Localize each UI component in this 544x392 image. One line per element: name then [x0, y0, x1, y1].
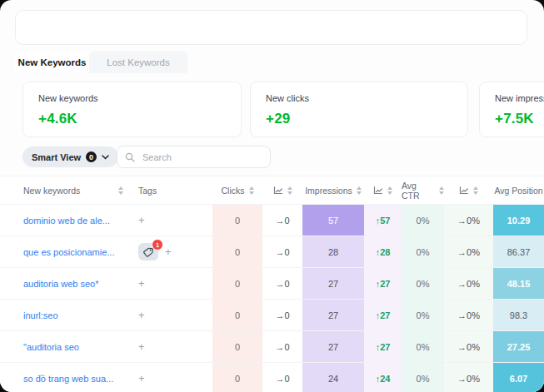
stat-card-new-clicks: New clicks +29: [250, 82, 468, 137]
search-input[interactable]: [141, 151, 252, 163]
ctr-trend-cell: →0%: [457, 279, 480, 289]
impressions-cell: 24: [302, 363, 364, 392]
avg-position-cell: 6.07: [493, 363, 544, 392]
sort-icon[interactable]: [118, 186, 123, 195]
stat-value: +7.5K: [495, 111, 544, 127]
add-tag-button[interactable]: +: [138, 277, 145, 290]
keyword-link[interactable]: que es posicionamie...: [23, 247, 114, 257]
search-box: [117, 146, 271, 168]
chart-trend-icon[interactable]: [273, 186, 283, 195]
table-row: so đồ trang web sua... + 0 →0 24 ↑24 0% …: [0, 363, 544, 392]
ctr-trend-cell: →0%: [457, 374, 480, 384]
avg-ctr-cell: 0%: [402, 331, 444, 362]
ctr-trend-cell: →0%: [457, 310, 480, 320]
tab-new-keywords[interactable]: New Keywords: [15, 51, 89, 73]
impressions-cell: 28: [302, 236, 364, 267]
stat-label: New impressions: [495, 93, 544, 103]
clicks-trend-cell: →0: [275, 342, 289, 352]
sort-icon[interactable]: [287, 186, 292, 195]
clicks-cell: 0: [212, 268, 262, 299]
impressions-cell: 27: [302, 268, 364, 299]
avg-ctr-cell: 0%: [402, 268, 444, 299]
stat-card-new-keywords: New keywords +4.6K: [22, 82, 242, 137]
search-icon: [125, 152, 135, 162]
column-header-impressions[interactable]: Impressions: [305, 186, 352, 196]
avg-position-cell: 48.15: [493, 268, 544, 299]
keyword-link[interactable]: dominio web de ale...: [23, 216, 110, 226]
avg-ctr-cell: 0%: [402, 205, 444, 236]
impressions-trend-cell: ↑27: [376, 342, 391, 352]
tag-chip[interactable]: 1: [138, 243, 158, 261]
chart-trend-icon[interactable]: [459, 186, 469, 195]
table-row: dominio web de ale... + 0 →0 57 ↑57 0% →…: [0, 205, 544, 236]
clicks-trend-cell: →0: [275, 310, 289, 320]
impressions-trend-cell: ↑27: [376, 279, 391, 289]
app-frame: New Keywords Lost Keywords New keywords …: [0, 0, 544, 392]
table-row: que es posicionamie... 1 + 0 →0 28 ↑28 0…: [0, 236, 544, 268]
table-body: dominio web de ale... + 0 →0 57 ↑57 0% →…: [0, 205, 544, 392]
sort-icon[interactable]: [473, 186, 478, 195]
avg-ctr-cell: 0%: [402, 300, 444, 330]
clicks-cell: 0: [212, 331, 262, 362]
avg-ctr-cell: 0%: [402, 363, 444, 392]
table-row: auditoria web seo* + 0 →0 27 ↑27 0% →0% …: [0, 268, 544, 300]
keywords-table: New keywords Tags Clicks Impressions: [0, 176, 544, 392]
clicks-trend-cell: →0: [275, 247, 289, 257]
impressions-trend-cell: ↑57: [376, 216, 391, 226]
avg-position-cell: 86.37: [493, 236, 544, 267]
table-row: "auditoria seo + 0 →0 27 ↑27 0% →0% 27.2…: [0, 331, 544, 363]
add-tag-button[interactable]: +: [138, 340, 145, 353]
stat-label: New clicks: [266, 93, 467, 103]
chart-trend-icon[interactable]: [373, 186, 383, 195]
smart-view-dropdown[interactable]: Smart View 0: [22, 146, 118, 167]
clicks-cell: 0: [212, 300, 262, 330]
impressions-cell: 57: [302, 205, 364, 236]
stat-label: New keywords: [38, 93, 241, 103]
keyword-link[interactable]: so đồ trang web sua...: [23, 374, 113, 384]
avg-position-cell: 98.3: [493, 300, 544, 330]
keyword-link[interactable]: auditoria web seo*: [23, 279, 99, 289]
keyword-link[interactable]: inurl:seo: [23, 310, 58, 320]
stat-value: +29: [266, 111, 467, 127]
ctr-trend-cell: →0%: [457, 216, 480, 226]
clicks-cell: 0: [212, 205, 262, 236]
add-tag-button[interactable]: +: [138, 309, 145, 321]
column-header-new-keywords[interactable]: New keywords: [23, 186, 80, 196]
column-header-avg-position[interactable]: Avg Position: [494, 186, 542, 196]
avg-position-cell: 10.29: [493, 205, 544, 236]
tag-icon: [143, 247, 153, 257]
impressions-trend-cell: ↑27: [376, 310, 391, 320]
smart-view-label: Smart View: [32, 152, 81, 162]
sort-icon[interactable]: [249, 186, 254, 195]
tab-bar: New Keywords Lost Keywords: [15, 51, 187, 73]
table-header-row: New keywords Tags Clicks Impressions: [0, 176, 544, 205]
tag-count-badge: 1: [152, 239, 163, 251]
clicks-trend-cell: →0: [275, 374, 289, 384]
column-header-avg-ctr[interactable]: Avg CTR: [402, 181, 435, 201]
top-toolbar: [15, 10, 527, 45]
tab-lost-keywords[interactable]: Lost Keywords: [89, 51, 187, 73]
keyword-link[interactable]: "auditoria seo: [23, 342, 79, 352]
impressions-cell: 27: [302, 300, 364, 330]
column-header-clicks[interactable]: Clicks: [222, 186, 245, 196]
clicks-trend-cell: →0: [275, 216, 289, 226]
add-tag-button[interactable]: +: [138, 214, 145, 226]
clicks-cell: 0: [212, 236, 262, 267]
clicks-trend-cell: →0: [275, 279, 289, 289]
sort-icon[interactable]: [357, 186, 362, 195]
avg-position-cell: 27.25: [493, 331, 544, 362]
add-tag-button[interactable]: +: [165, 246, 172, 258]
sort-icon[interactable]: [387, 186, 392, 195]
smart-view-count-badge: 0: [86, 151, 97, 162]
ctr-trend-cell: →0%: [457, 342, 480, 352]
stat-card-new-impressions: New impressions +7.5K: [479, 82, 544, 137]
ctr-trend-cell: →0%: [457, 247, 480, 257]
column-header-tags[interactable]: Tags: [138, 186, 157, 196]
clicks-cell: 0: [212, 363, 262, 392]
chevron-down-icon: [102, 155, 109, 160]
impressions-trend-cell: ↑28: [376, 247, 391, 257]
impressions-trend-cell: ↑24: [376, 374, 391, 384]
add-tag-button[interactable]: +: [138, 372, 145, 385]
stat-value: +4.6K: [38, 111, 241, 127]
avg-ctr-cell: 0%: [402, 236, 444, 267]
